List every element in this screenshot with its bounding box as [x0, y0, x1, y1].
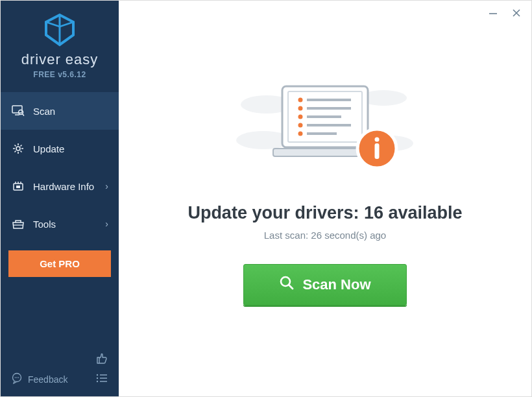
- sidebar-item-label: Hardware Info: [33, 181, 94, 192]
- logo-icon: [1, 12, 119, 50]
- svg-point-19: [97, 381, 98, 382]
- svg-point-35: [298, 115, 303, 119]
- monitor-search-icon: [11, 105, 25, 117]
- sidebar-footer: Feedback: [1, 345, 119, 396]
- thumbs-up-icon[interactable]: [95, 355, 108, 367]
- chevron-right-icon: ›: [105, 181, 108, 191]
- svg-point-4: [16, 147, 20, 150]
- window-controls: [486, 6, 524, 22]
- svg-point-12: [15, 377, 16, 378]
- sidebar-item-scan[interactable]: Scan: [1, 92, 119, 130]
- headline-suffix: available: [383, 203, 463, 223]
- available-count: 16: [364, 203, 383, 223]
- svg-line-45: [289, 285, 293, 289]
- laptop-illustration: [215, 78, 435, 182]
- minimize-button[interactable]: [486, 6, 500, 22]
- svg-point-14: [18, 377, 19, 378]
- brand-block: driver easy FREE v5.6.12: [1, 1, 119, 86]
- svg-point-13: [16, 377, 18, 378]
- sidebar-item-label: Tools: [33, 219, 56, 230]
- sidebar-nav: Scan Update Hardware Info › Tools ›: [1, 92, 119, 243]
- svg-point-15: [97, 374, 98, 376]
- sidebar: driver easy FREE v5.6.12 Scan Update Har…: [1, 1, 119, 396]
- svg-point-17: [97, 378, 98, 379]
- sidebar-item-label: Update: [33, 143, 64, 154]
- scan-now-button[interactable]: Scan Now: [243, 264, 406, 306]
- brand-name: driver easy: [1, 51, 119, 68]
- get-pro-button[interactable]: Get PRO: [8, 250, 111, 277]
- svg-point-33: [298, 106, 303, 111]
- get-pro-label: Get PRO: [40, 258, 80, 269]
- gear-icon: [11, 142, 25, 155]
- svg-rect-43: [375, 143, 380, 159]
- sidebar-item-update[interactable]: Update: [1, 130, 119, 167]
- version-label: FREE v5.6.12: [1, 70, 119, 79]
- chevron-right-icon: ›: [105, 219, 108, 229]
- svg-point-39: [298, 132, 303, 136]
- feedback-link[interactable]: Feedback: [28, 374, 67, 385]
- svg-rect-6: [16, 186, 20, 188]
- chat-icon: [11, 372, 23, 386]
- sidebar-item-tools[interactable]: Tools ›: [1, 205, 119, 243]
- last-scan-label: Last scan: 26 second(s) ago: [264, 230, 386, 241]
- sidebar-item-hardware[interactable]: Hardware Info ›: [1, 167, 119, 205]
- svg-rect-0: [12, 106, 22, 113]
- hardware-icon: [11, 180, 25, 193]
- sidebar-item-label: Scan: [33, 106, 55, 117]
- svg-point-31: [298, 98, 303, 102]
- svg-point-42: [375, 138, 380, 142]
- main-panel: Update your drivers: 16 available Last s…: [119, 1, 531, 396]
- headline-prefix: Update your drivers:: [187, 203, 364, 223]
- scan-button-label: Scan Now: [302, 276, 370, 293]
- toolbox-icon: [11, 218, 25, 230]
- svg-line-3: [23, 114, 25, 116]
- headline: Update your drivers: 16 available: [187, 203, 462, 223]
- svg-point-37: [298, 123, 303, 128]
- search-icon: [279, 275, 295, 295]
- list-menu-icon[interactable]: [95, 373, 108, 385]
- close-button[interactable]: [509, 6, 524, 22]
